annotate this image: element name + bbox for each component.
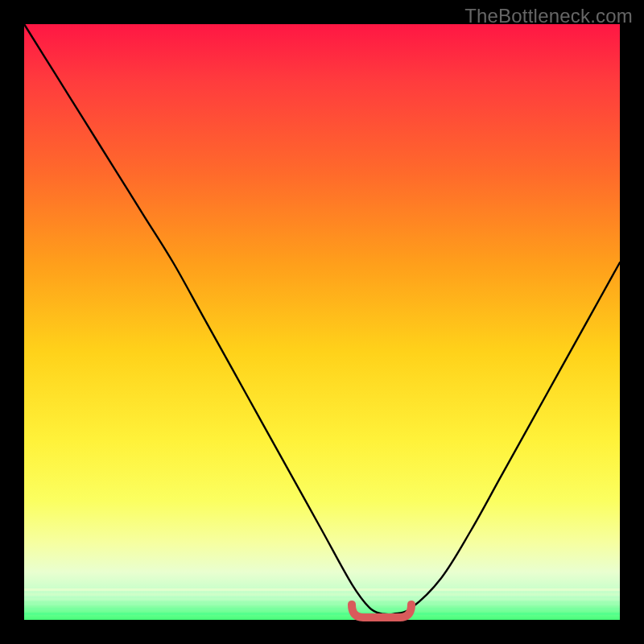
plot-area: [24, 24, 620, 620]
optimal-range-marker: [352, 605, 411, 617]
bottleneck-curve-left: [24, 24, 382, 614]
curve-layer: [24, 24, 620, 620]
chart-frame: TheBottleneck.com: [0, 0, 644, 644]
bottleneck-curve-right: [382, 262, 620, 614]
watermark-text: TheBottleneck.com: [464, 5, 633, 27]
